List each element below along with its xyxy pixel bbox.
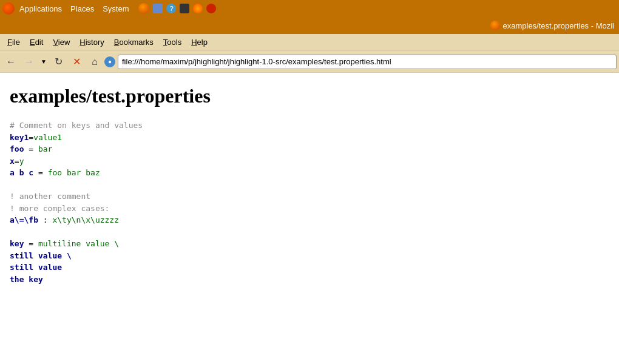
line-thekey: the key (10, 274, 609, 286)
gecko-icon (193, 4, 203, 13)
line-comment3: ! more complex cases: (10, 203, 609, 215)
key-name: foo (10, 144, 24, 153)
window-title: examples/test.properties - Mozil (502, 21, 614, 30)
line-abc: a b c = foo bar baz (10, 167, 609, 179)
address-input[interactable] (118, 55, 617, 69)
stop-button[interactable]: ✕ (68, 53, 85, 70)
system-bar: Applications Places System ? (0, 0, 619, 17)
line-foo: foo = bar (10, 143, 609, 155)
reload-button[interactable]: ↻ (50, 53, 67, 70)
help-icon: ? (166, 4, 176, 13)
places-menu[interactable]: Places (67, 3, 98, 15)
forward-button[interactable]: → (21, 53, 38, 70)
value-text: bar (38, 144, 52, 153)
menu-history[interactable]: History (75, 36, 109, 49)
comment-text: ! another comment (10, 192, 90, 201)
value-text: multiline value \ (38, 239, 119, 248)
comment-text: # Comment on keys and values (10, 121, 143, 130)
key-name: x (10, 157, 15, 166)
page-content: examples/test.properties # Comment on ke… (0, 73, 619, 297)
firefox-icon (138, 3, 149, 14)
value-text: value1 (33, 133, 62, 142)
page-title: examples/test.properties (10, 85, 609, 107)
key-name: key1 (10, 133, 29, 142)
key-name: a\=\fb (10, 215, 38, 224)
value-text: foo bar baz (48, 168, 100, 177)
back-button[interactable]: ← (2, 53, 19, 70)
menu-help[interactable]: Help (186, 36, 212, 49)
system-menu[interactable]: System (99, 3, 132, 15)
address-security-icon: ● (104, 56, 115, 67)
history-dropdown[interactable]: ▼ (39, 53, 49, 70)
line-comment2: ! another comment (10, 190, 609, 203)
code-block: # Comment on keys and values key1=value1… (10, 120, 609, 285)
key-name: a b c (10, 168, 33, 177)
applications-menu[interactable]: Applications (16, 3, 66, 15)
line-blank2 (10, 226, 609, 238)
comment-text: ! more complex cases: (10, 204, 109, 213)
menu-view[interactable]: View (48, 36, 75, 49)
red-icon (206, 4, 216, 13)
terminal-icon (180, 4, 189, 13)
line-cont2: still value (10, 261, 609, 274)
menu-file[interactable]: File (2, 36, 25, 49)
envelope-icon (153, 4, 163, 13)
line-comment1: # Comment on keys and values (10, 120, 609, 132)
continuation-text: still value \ (10, 251, 72, 260)
ubuntu-icon (2, 2, 15, 15)
line-key1: key1=value1 (10, 132, 609, 144)
key-name: the key (10, 275, 43, 284)
line-multiline: key = multiline value \ (10, 238, 609, 250)
continuation-text: still value (10, 263, 62, 272)
title-firefox-icon (490, 21, 500, 30)
value-text: x\ty\n\x\uzzzz (52, 215, 119, 224)
title-bar: examples/test.properties - Mozil (0, 17, 619, 34)
line-x: x=y (10, 155, 609, 167)
line-complex: a\=\fb : x\ty\n\x\uzzzz (10, 214, 609, 226)
menu-edit[interactable]: Edit (25, 36, 48, 49)
menu-bookmarks[interactable]: Bookmarks (109, 36, 158, 49)
nav-bar: ← → ▼ ↻ ✕ ⌂ ● (0, 51, 619, 73)
home-button[interactable]: ⌂ (86, 53, 103, 70)
address-bar-container: ● (104, 55, 617, 69)
menu-bar: File Edit View History Bookmarks Tools H… (0, 34, 619, 51)
line-cont1: still value \ (10, 250, 609, 262)
line-blank1 (10, 179, 609, 191)
value-text: y (19, 157, 24, 166)
menu-tools[interactable]: Tools (158, 36, 186, 49)
key-name: key (10, 239, 24, 248)
